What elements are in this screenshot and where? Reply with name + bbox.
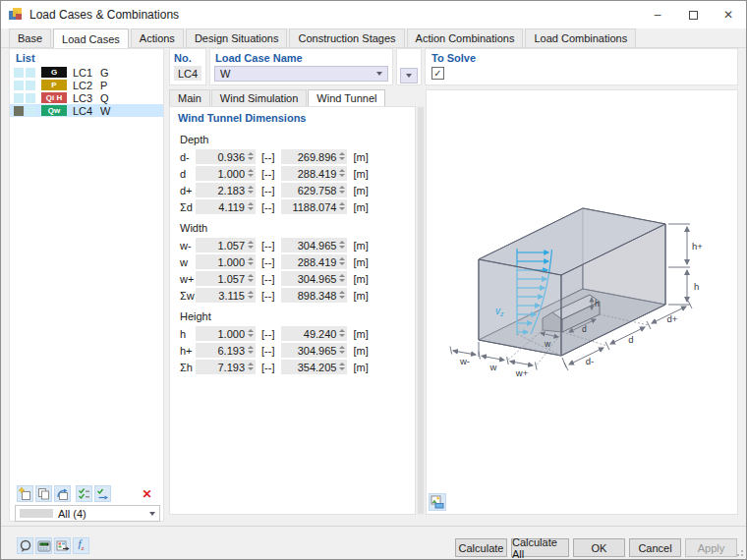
- apply-button[interactable]: Apply: [685, 538, 737, 557]
- calculate-button[interactable]: Calculate: [455, 538, 507, 557]
- maximize-button[interactable]: [675, 1, 711, 28]
- factor-unit: [--]: [261, 362, 274, 373]
- factor-input[interactable]: 1.000: [196, 326, 256, 341]
- ok-button[interactable]: OK: [573, 538, 625, 557]
- factor-input[interactable]: 1.057: [196, 238, 256, 252]
- case-options-dropdown[interactable]: [400, 68, 418, 84]
- spinner[interactable]: [339, 346, 345, 354]
- length-input[interactable]: 304.965: [281, 271, 347, 286]
- length-input[interactable]: 304.965: [281, 238, 347, 252]
- factor-input[interactable]: 0.936: [196, 149, 256, 164]
- calculate-all-button[interactable]: Calculate All: [511, 538, 569, 557]
- factor-input[interactable]: 1.000: [196, 254, 256, 269]
- load-case-row-lc2[interactable]: P LC2 P: [10, 79, 163, 91]
- subtab-main[interactable]: Main: [169, 89, 210, 106]
- row-symbol: w+: [180, 273, 196, 285]
- svg-text:h+: h+: [692, 241, 703, 252]
- delete-load-case-button[interactable]: ✕: [139, 485, 155, 502]
- spinner[interactable]: [248, 257, 254, 265]
- spinner[interactable]: [339, 274, 345, 282]
- length-input[interactable]: 898.348: [281, 288, 347, 303]
- length-input[interactable]: 354.205: [281, 360, 347, 374]
- case-name-combobox[interactable]: W: [214, 66, 388, 82]
- spinner[interactable]: [248, 241, 254, 249]
- cancel-button[interactable]: Cancel: [629, 538, 681, 557]
- tab-load-combinations[interactable]: Load Combinations: [525, 28, 636, 47]
- resize-grip[interactable]: [734, 547, 744, 557]
- spinner[interactable]: [339, 241, 345, 249]
- copy-icon: [37, 487, 50, 500]
- spinner[interactable]: [339, 169, 345, 177]
- tab-load-cases[interactable]: Load Cases: [53, 28, 129, 48]
- load-case-row-lc4[interactable]: Qw LC4 W: [10, 104, 163, 117]
- spinner[interactable]: [248, 346, 254, 354]
- subtab-wind-simulation[interactable]: Wind Simulation: [211, 89, 307, 106]
- tab-construction-stages[interactable]: Construction Stages: [289, 28, 404, 47]
- renumber-button[interactable]: [54, 485, 71, 502]
- length-input[interactable]: 629.758: [281, 183, 347, 197]
- tab-action-combinations[interactable]: Action Combinations: [407, 28, 524, 47]
- factor-input[interactable]: 6.193: [196, 343, 256, 358]
- spinner[interactable]: [248, 186, 254, 194]
- spinner[interactable]: [339, 257, 345, 265]
- load-case-row-lc3[interactable]: Qi H LC3 Q: [10, 91, 163, 104]
- list-filter-dropdown[interactable]: All (4): [15, 505, 160, 522]
- row-symbol: w-: [180, 240, 196, 252]
- tab-design-situations[interactable]: Design Situations: [186, 28, 288, 47]
- tab-base[interactable]: Base: [9, 28, 51, 47]
- spinner[interactable]: [248, 202, 254, 210]
- factor-input[interactable]: 2.183: [196, 183, 256, 197]
- spinner[interactable]: [339, 152, 345, 160]
- length-input[interactable]: 288.419: [281, 166, 347, 181]
- navigator-button[interactable]: [54, 537, 71, 554]
- spinner[interactable]: [339, 291, 345, 299]
- length-input[interactable]: 304.965: [281, 343, 347, 358]
- factor-input[interactable]: 3.115: [196, 288, 256, 303]
- spinner[interactable]: [248, 152, 254, 160]
- scrollbar-thumb[interactable]: [418, 107, 424, 514]
- svg-text:w+: w+: [515, 367, 529, 378]
- svg-text:w: w: [544, 339, 551, 349]
- comment-button[interactable]: [17, 537, 33, 554]
- sub-tab-bar: Main Wind Simulation Wind Tunnel: [169, 89, 416, 106]
- factor-input[interactable]: 7.193: [196, 360, 256, 374]
- factor-input[interactable]: 1.057: [196, 271, 256, 286]
- load-type-badge: G: [41, 67, 67, 78]
- factor-input[interactable]: 1.000: [196, 166, 256, 181]
- spinner[interactable]: [339, 186, 345, 194]
- length-input[interactable]: 1188.074: [281, 199, 347, 214]
- length-input[interactable]: 288.419: [281, 254, 347, 269]
- load-case-row-lc1[interactable]: G LC1 G: [10, 66, 163, 79]
- check-all-button[interactable]: [76, 485, 92, 502]
- load-case-list-panel: List G LC1 G P LC2 P Qi H LC3 Q Qw LC4: [9, 48, 164, 522]
- spinner[interactable]: [248, 363, 254, 370]
- spinner[interactable]: [339, 363, 345, 370]
- subtab-wind-tunnel[interactable]: Wind Tunnel: [308, 89, 385, 107]
- close-button[interactable]: ✕: [711, 1, 746, 28]
- spinner[interactable]: [339, 329, 345, 337]
- tab-actions[interactable]: Actions: [131, 28, 184, 47]
- new-icon: [19, 487, 31, 500]
- print-graphic-button[interactable]: [429, 493, 446, 511]
- calculator-button[interactable]: 0.00: [35, 537, 52, 554]
- copy-load-case-button[interactable]: [35, 485, 52, 502]
- app-icon: [8, 7, 24, 23]
- form-scrollbar[interactable]: [417, 106, 425, 515]
- spinner[interactable]: [339, 202, 345, 210]
- spinner[interactable]: [248, 169, 254, 177]
- invert-selection-button[interactable]: [94, 485, 111, 502]
- length-input[interactable]: 269.896: [281, 149, 347, 164]
- factor-input[interactable]: 4.119: [196, 199, 256, 214]
- new-load-case-button[interactable]: [17, 485, 33, 502]
- spinner[interactable]: [248, 274, 254, 282]
- length-input[interactable]: 49.240: [281, 326, 347, 341]
- spinner[interactable]: [248, 329, 254, 337]
- case-number-field[interactable]: LC4: [174, 66, 201, 81]
- formula-button[interactable]: fz: [73, 537, 89, 554]
- row-symbol: h: [180, 328, 196, 340]
- spinner[interactable]: [248, 291, 254, 299]
- svg-text:w: w: [489, 362, 497, 372]
- minimize-button[interactable]: –: [640, 1, 675, 28]
- load-type-badge: Qi H: [41, 92, 67, 103]
- to-solve-checkbox[interactable]: ✓: [431, 67, 444, 80]
